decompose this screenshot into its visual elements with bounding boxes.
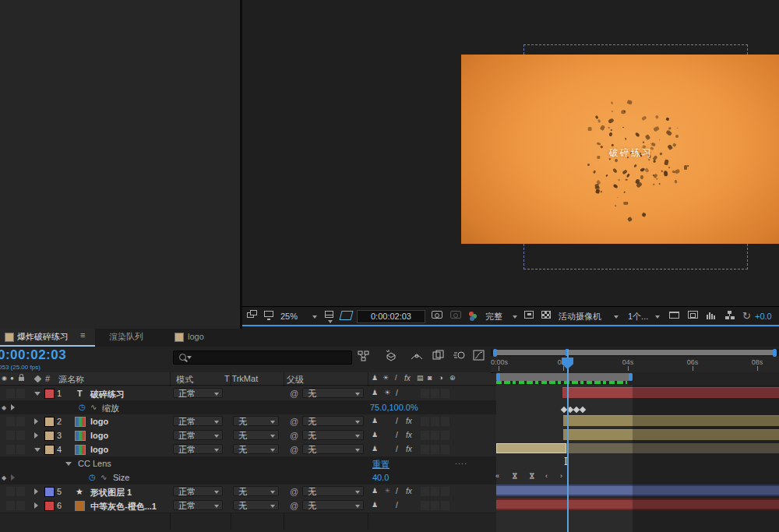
number-column-icon[interactable]: # — [45, 374, 50, 383]
parent-dropdown[interactable]: 无 — [302, 444, 364, 454]
stopwatch-icon[interactable]: ◷ — [89, 473, 96, 481]
parent-dropdown[interactable]: 无 — [302, 416, 364, 426]
quality-switch[interactable]: / — [396, 417, 398, 425]
camera-chevron-icon[interactable] — [614, 315, 619, 319]
tab-logo[interactable]: logo — [188, 329, 204, 345]
search-input[interactable] — [173, 351, 352, 365]
property-row-scale[interactable]: ◆ ◷ ∿ 缩放 75.0,100.0% — [0, 400, 496, 415]
frame-blending-icon[interactable] — [432, 349, 446, 363]
lock-icon[interactable] — [19, 377, 24, 381]
collapse-header-icon[interactable]: ☀ — [382, 374, 389, 382]
composition-viewer[interactable]: 破碎练习 — [242, 0, 779, 306]
snapshot-camera-icon[interactable] — [432, 311, 442, 319]
reset-exposure-icon[interactable]: ↻ — [742, 307, 751, 326]
exposure-value[interactable]: +0.0 — [755, 307, 772, 326]
fx-switch[interactable]: fx — [406, 445, 412, 453]
property-label[interactable]: Size — [113, 473, 129, 482]
fx-header-icon[interactable]: fx — [404, 374, 411, 382]
adjustment-header-icon[interactable]: ◑ — [439, 374, 442, 382]
viewer-timecode[interactable]: 0:00:02:03 — [357, 310, 425, 323]
solo-icon[interactable]: ● — [10, 375, 14, 382]
shy-header-icon[interactable]: ♟ — [372, 374, 378, 382]
quality-switch[interactable]: / — [396, 445, 398, 453]
trkmat-dropdown[interactable]: 无 — [233, 430, 279, 440]
trkmat-dropdown[interactable]: 无 — [233, 500, 279, 510]
blend-mode-dropdown[interactable]: 正常 — [173, 444, 223, 454]
label-swatch[interactable] — [44, 445, 55, 455]
source-name-header[interactable]: 源名称 — [58, 374, 84, 386]
parent-dropdown[interactable]: 无 — [302, 430, 364, 440]
blend-mode-dropdown[interactable]: 正常 — [173, 416, 223, 426]
trkmat-dropdown[interactable]: 无 — [233, 444, 279, 454]
label-swatch[interactable] — [44, 389, 55, 399]
monitor-icon[interactable] — [264, 311, 273, 317]
shy-switch[interactable]: ♟ — [372, 431, 378, 439]
roi-icon[interactable] — [340, 311, 354, 320]
layer-name[interactable]: 中等灰色-橙色...1 — [90, 501, 157, 513]
trkmat-dropdown[interactable]: 无 — [233, 486, 279, 496]
effect-row-cclens[interactable]: CC Lens 重置 .... — [0, 456, 496, 471]
keyframe-icon[interactable]: › — [560, 472, 562, 480]
current-time-display[interactable]: 0:00:02:03 — [0, 347, 66, 363]
region-of-interest-icon[interactable] — [524, 311, 534, 319]
size-value[interactable]: 40.0 — [372, 473, 389, 482]
layer-bar-4[interactable] — [496, 443, 566, 453]
collapse-switch[interactable]: ☀ — [384, 487, 390, 495]
graph-toggle-icon[interactable]: ∿ — [90, 403, 97, 411]
work-area-end-handle[interactable] — [629, 373, 633, 381]
camera-view-dropdown[interactable]: 活动摄像机 — [559, 307, 601, 326]
hide-shy-layers-icon[interactable] — [410, 349, 424, 363]
layer-row-5[interactable]: 5 ★ 形状图层 1 正常 无 @ 无 ♟ ☀ / fx — [0, 484, 496, 499]
expand-arrow[interactable] — [34, 418, 38, 425]
tab-comp-active[interactable]: 爆炸破碎练习 ≡ — [0, 329, 95, 347]
navigator-end-handle[interactable] — [773, 349, 777, 357]
expand-arrow[interactable] — [34, 448, 41, 452]
shy-switch[interactable]: ♟ — [372, 501, 378, 509]
quality-switch[interactable]: / — [396, 389, 398, 397]
quality-header-icon[interactable]: / — [395, 374, 397, 382]
pickwhip-icon[interactable]: @ — [290, 431, 298, 440]
zoom-level-dropdown[interactable]: 25% — [280, 307, 298, 326]
panel-menu-icon[interactable]: ≡ — [80, 330, 85, 340]
expand-arrow[interactable] — [65, 462, 72, 466]
blend-mode-dropdown[interactable]: 正常 — [173, 486, 223, 496]
trkmat-dropdown[interactable]: 无 — [233, 416, 279, 426]
property-label[interactable]: 缩放 — [102, 403, 119, 414]
property-row-size[interactable]: ◆ ◷ ∿ Size 40.0 — [0, 470, 496, 485]
graph-toggle-icon[interactable]: ∿ — [100, 473, 107, 481]
label-swatch[interactable] — [44, 417, 55, 427]
mode-header[interactable]: 模式 — [176, 374, 193, 386]
composition-canvas[interactable]: 破碎练习 — [461, 55, 779, 244]
view-layout-dropdown[interactable]: 1个... — [628, 307, 648, 326]
pickwhip-icon[interactable]: @ — [290, 417, 298, 426]
shy-switch[interactable]: ♟ — [372, 389, 378, 396]
playhead-line[interactable] — [567, 350, 569, 532]
quality-switch[interactable]: / — [396, 431, 398, 439]
kf-next-icon[interactable] — [11, 474, 15, 481]
tab-render-queue[interactable]: 渲染队列 — [109, 329, 143, 345]
parent-dropdown[interactable]: 无 — [302, 486, 364, 496]
layer-row-1[interactable]: 1 T 破碎练习 正常 @ 无 ♟ ☀ / — [0, 386, 496, 401]
blend-mode-dropdown[interactable]: 正常 — [173, 388, 223, 398]
parent-dropdown[interactable]: 无 — [302, 500, 364, 510]
view-layout-chevron-icon[interactable] — [655, 315, 660, 319]
effect-options-dots[interactable]: .... — [455, 456, 467, 466]
grid-chevron-icon[interactable] — [328, 320, 333, 323]
keyframe-icon[interactable]: ⋈ — [528, 473, 536, 480]
zoom-chevron-icon[interactable] — [312, 315, 317, 319]
project-panel[interactable] — [0, 0, 240, 329]
label-column-icon[interactable] — [34, 375, 42, 383]
work-area-bar[interactable] — [496, 373, 633, 381]
grid-guides-icon[interactable] — [325, 311, 333, 318]
label-swatch[interactable] — [44, 501, 55, 511]
label-swatch[interactable] — [44, 431, 55, 441]
fx-switch[interactable]: fx — [406, 431, 412, 439]
mini-flowchart-icon[interactable] — [357, 349, 371, 363]
fx-switch[interactable]: fx — [406, 487, 412, 495]
navigator-start-handle[interactable] — [493, 349, 497, 357]
keyframe-icon[interactable]: ‹ — [545, 472, 548, 480]
expand-arrow[interactable] — [34, 502, 38, 509]
quality-switch[interactable]: / — [396, 487, 398, 495]
show-snapshot-icon[interactable] — [450, 311, 461, 319]
layer-row-4[interactable]: 4 logo 正常 无 @ 无 ♟ / fx — [0, 442, 496, 457]
